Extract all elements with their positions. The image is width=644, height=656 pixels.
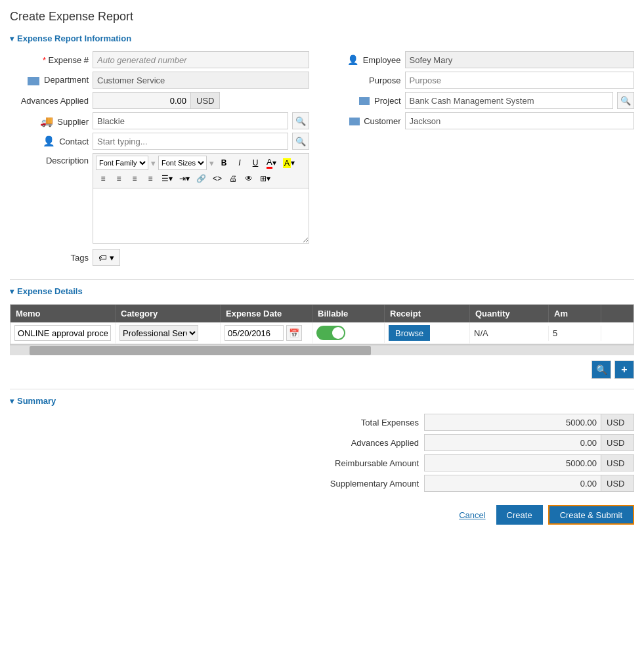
description-row: Description Font Family ▾ Font Sizes ▾ B… [10, 153, 309, 246]
advances-applied-currency: USD [601, 434, 634, 451]
font-color-button[interactable]: A▾ [264, 156, 279, 170]
bg-color-button[interactable]: A▾ [280, 156, 298, 170]
amount-value: 5 [553, 328, 557, 338]
employee-icon: 👤 [347, 55, 358, 65]
billable-toggle[interactable] [316, 326, 345, 340]
col-receipt: Receipt [385, 305, 470, 322]
description-toolbar: Font Family ▾ Font Sizes ▾ B I U A▾ [93, 153, 309, 188]
left-column: * Expense # Department Customer Service … [10, 51, 322, 269]
purpose-input[interactable] [405, 72, 635, 89]
code-button[interactable]: <> [210, 171, 225, 186]
project-icon [359, 97, 370, 105]
reimbursable-amount-row: Reimbursable Amount 5000.00 USD [306, 454, 634, 471]
supplementary-amount-row: Supplementary Amount 0.00 USD [306, 475, 634, 492]
contact-icon: 👤 [43, 135, 55, 146]
horizontal-scrollbar[interactable] [10, 345, 634, 355]
print-button[interactable]: 🖨 [226, 171, 240, 186]
tags-button[interactable]: 🏷 ▾ [93, 249, 120, 266]
preview-button[interactable]: 👁 [242, 171, 256, 186]
quantity-value: N/A [474, 328, 488, 338]
customer-row: Customer [322, 112, 635, 129]
font-size-select[interactable]: Font Sizes [158, 156, 207, 170]
create-button[interactable]: Create [496, 505, 543, 525]
scrollbar-thumb[interactable] [30, 346, 371, 355]
reimbursable-currency: USD [601, 454, 634, 471]
purpose-row: Purpose [322, 72, 635, 89]
col-billable: Billable [312, 305, 385, 322]
font-family-select[interactable]: Font Family [96, 156, 148, 170]
align-center-button[interactable]: ≡ [112, 171, 126, 186]
col-amount: Am [549, 305, 601, 322]
supplier-search-button[interactable]: 🔍 [292, 112, 309, 129]
supplier-icon: 🚚 [40, 116, 53, 127]
page-title: Create Expense Report [10, 10, 634, 24]
table-header: Memo Category Expense Date Billable Rece… [11, 305, 633, 322]
add-row-button[interactable]: + [614, 361, 634, 379]
align-right-button[interactable]: ≡ [127, 171, 142, 186]
advances-applied-label: Advances Applied [306, 438, 424, 448]
department-value: Customer Service [93, 72, 309, 89]
expense-info-section: Expense Report Information * Expense # D… [10, 33, 634, 269]
advances-applied-value: 0.00 [424, 434, 601, 451]
align-left-button[interactable]: ≡ [96, 171, 110, 186]
description-textarea[interactable] [93, 188, 309, 244]
customer-input[interactable] [405, 112, 635, 129]
table-actions: 🔍 + [10, 361, 634, 379]
supplier-input[interactable] [93, 112, 288, 129]
footer-buttons: Cancel Create Create & Submit [10, 505, 634, 531]
summary-table: Total Expenses 5000.00 USD Advances Appl… [306, 414, 634, 492]
italic-button[interactable]: I [232, 156, 247, 170]
total-expenses-currency: USD [601, 414, 634, 431]
contact-input[interactable] [93, 133, 288, 150]
advances-input[interactable] [93, 92, 191, 109]
link-button[interactable]: 🔗 [194, 171, 209, 186]
summary-header: Summary [10, 396, 634, 406]
total-expenses-row: Total Expenses 5000.00 USD [306, 414, 634, 431]
reimbursable-value: 5000.00 [424, 454, 601, 471]
justify-button[interactable]: ≡ [143, 171, 158, 186]
col-expense-date: Expense Date [221, 305, 312, 322]
list-button[interactable]: ☰▾ [159, 171, 175, 186]
cancel-button[interactable]: Cancel [454, 507, 490, 523]
contact-row: 👤 Contact 🔍 [10, 133, 309, 150]
col-quantity: Quantity [470, 305, 549, 322]
project-row: Project 🔍 [322, 92, 635, 109]
calendar-button[interactable]: 📅 [286, 325, 302, 341]
col-category: Category [116, 305, 221, 322]
customer-icon [349, 118, 360, 125]
table-button[interactable]: ⊞▾ [257, 171, 273, 186]
total-expenses-label: Total Expenses [306, 418, 424, 427]
expense-date-input[interactable] [225, 325, 284, 341]
contact-search-button[interactable]: 🔍 [292, 133, 309, 150]
expense-num-row: * Expense # [10, 51, 309, 68]
create-submit-button[interactable]: Create & Submit [548, 505, 634, 525]
expense-details-section: Expense Details Memo Category Expense Da… [10, 286, 634, 379]
memo-input[interactable] [14, 325, 111, 341]
total-expenses-value: 5000.00 [424, 414, 601, 431]
advances-currency: USD [191, 92, 220, 109]
underline-button[interactable]: U [248, 156, 263, 170]
table-row: Professional Servi 📅 Browse N/A 5 [11, 322, 633, 344]
search-rows-button[interactable]: 🔍 [591, 361, 611, 379]
supplier-row: 🚚 Supplier 🔍 [10, 112, 309, 129]
advances-applied-row: Advances Applied 0.00 USD [306, 434, 634, 451]
project-search-button[interactable]: 🔍 [617, 92, 634, 109]
advances-row: Advances Applied USD [10, 92, 309, 109]
indent-button[interactable]: ⇥▾ [177, 171, 192, 186]
supplementary-value: 0.00 [424, 475, 601, 492]
bold-button[interactable]: B [217, 156, 231, 170]
reimbursable-label: Reimbursable Amount [306, 458, 424, 468]
employee-value: Sofey Mary [405, 51, 635, 68]
dept-icon [28, 77, 39, 85]
expense-num-input[interactable] [93, 51, 309, 68]
supplementary-currency: USD [601, 475, 634, 492]
project-input[interactable] [405, 92, 614, 109]
browse-button[interactable]: Browse [389, 325, 430, 341]
employee-row: 👤 Employee Sofey Mary [322, 51, 635, 68]
right-column: 👤 Employee Sofey Mary Purpose Project 🔍 [322, 51, 635, 269]
category-select[interactable]: Professional Servi [119, 325, 198, 341]
department-row: Department Customer Service [10, 72, 309, 89]
col-memo: Memo [11, 305, 116, 322]
tag-icon: 🏷 [98, 253, 107, 263]
summary-section: Summary Total Expenses 5000.00 USD Advan… [10, 396, 634, 492]
